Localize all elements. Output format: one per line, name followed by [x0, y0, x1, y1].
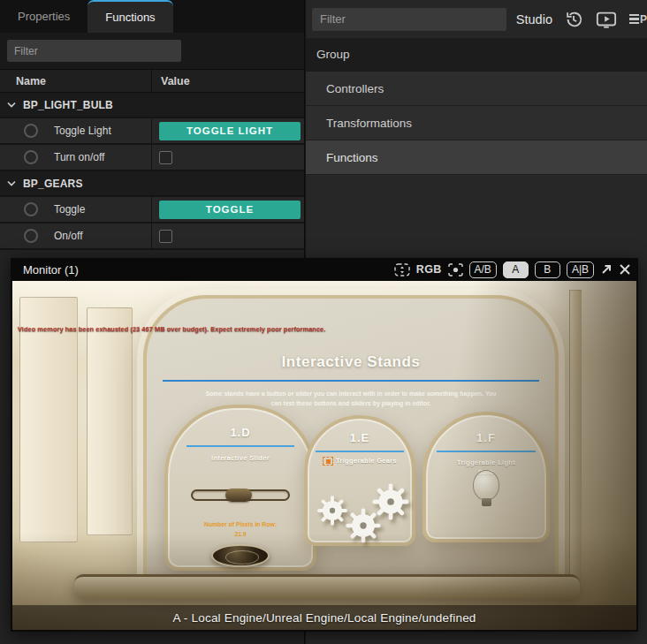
stand-underline: [186, 445, 294, 447]
name-cell: Turn on/off: [0, 145, 152, 170]
bulb-base: [482, 498, 491, 506]
list-item-transformations[interactable]: Transformations: [306, 106, 647, 140]
studio-label: Studio: [516, 12, 552, 27]
onoff-checkbox[interactable]: [159, 230, 172, 243]
table-header: Name Value: [0, 69, 304, 93]
group-list-header[interactable]: Group: [306, 38, 647, 72]
monitor-title: Monitor (1): [23, 263, 79, 277]
column-header-name: Name: [0, 70, 152, 92]
left-door-panel: [87, 307, 133, 535]
gear-icon: [371, 482, 410, 521]
table-row: Toggle Light TOGGLE LIGHT: [0, 118, 304, 145]
name-cell: Toggle: [0, 197, 152, 222]
popout-icon[interactable]: [600, 263, 613, 276]
function-label: Toggle: [54, 203, 85, 216]
group-row-bp-gears[interactable]: BP_GEARS: [0, 171, 304, 197]
title-underline: [163, 380, 538, 382]
monitor-header[interactable]: Monitor (1) RGB A/B A B A|B: [11, 258, 638, 281]
stand-id: 1.F: [426, 431, 546, 444]
chevron-down-icon: [7, 102, 16, 108]
hamburger-icon: [629, 14, 639, 25]
function-label: Turn on/off: [54, 151, 104, 163]
viewport-3d-scene[interactable]: Interactive Stands Some stands have a bu…: [12, 281, 636, 630]
close-icon[interactable]: [619, 263, 631, 276]
list-item-functions[interactable]: Functions: [306, 140, 647, 175]
status-circle-icon: [24, 124, 38, 138]
filter-row: [0, 33, 304, 69]
stand-underline: [316, 451, 404, 452]
interactive-slider[interactable]: [191, 489, 290, 501]
chevron-down-icon: [7, 180, 16, 186]
light-bulb-icon: [473, 470, 499, 506]
menu-p-label: P: [640, 13, 647, 26]
stand-id: 1.D: [168, 426, 313, 439]
video-memory-warning: Video memory has been exhausted (23 467 …: [18, 325, 325, 333]
stand-label: Triggerable Gears: [308, 457, 412, 466]
column-header-value: Value: [152, 75, 190, 87]
viewport-status-bar: A - Local Engine/Unreal Engine/Local Eng…: [12, 605, 636, 630]
channel-b-button[interactable]: B: [535, 261, 560, 278]
group-name: BP_GEARS: [23, 178, 83, 190]
bulb-glass: [473, 470, 499, 500]
turn-onoff-checkbox[interactable]: [159, 151, 172, 164]
gear-icon: [316, 495, 348, 527]
tab-properties[interactable]: Properties: [0, 0, 88, 33]
slider-knob[interactable]: [225, 489, 252, 502]
fit-screen-icon[interactable]: [394, 263, 410, 277]
value-cell: [152, 224, 304, 248]
pixel-inspect-icon[interactable]: [448, 263, 463, 277]
pixels-row-label: Number of Pixels in Row:: [168, 521, 313, 527]
status-circle-icon: [24, 202, 38, 216]
toggle-button[interactable]: TOGGLE: [159, 201, 301, 219]
table-row: Toggle TOGGLE: [0, 197, 304, 224]
toggle-light-button[interactable]: TOGGLE LIGHT: [159, 122, 301, 140]
table-row: Turn on/off: [0, 145, 304, 171]
name-cell: Toggle Light: [0, 118, 152, 143]
stand-1f: 1.F Triggerable Light Bulb: [422, 412, 550, 542]
table-row: On/off: [0, 224, 304, 250]
status-circle-icon: [24, 150, 38, 164]
right-topbar: Studio: [306, 0, 647, 38]
stand-id: 1.E: [308, 431, 412, 444]
stand-label: Interactive Slider: [168, 454, 313, 462]
group-filter-input[interactable]: [312, 8, 506, 31]
function-label: On/off: [54, 230, 82, 242]
stand-underline: [437, 451, 536, 452]
list-item-controllers[interactable]: Controllers: [306, 72, 647, 106]
topbar-icons: P: [564, 10, 647, 29]
ab-compare-button[interactable]: A/B: [469, 261, 497, 278]
channel-a-button[interactable]: A: [503, 261, 529, 278]
stand-1e: 1.E Triggerable Gears: [304, 415, 415, 546]
tab-functions[interactable]: Functions: [88, 0, 172, 33]
remote-control-app: Properties Functions Name Value BP_LIGHT…: [0, 0, 647, 644]
selection-box-icon: [323, 457, 333, 466]
group-name: BP_LIGHT_BULB: [23, 99, 113, 111]
rgb-channel-button[interactable]: RGB: [416, 263, 442, 276]
status-circle-icon: [24, 229, 38, 243]
name-cell: On/off: [0, 224, 152, 248]
function-label: Toggle Light: [54, 125, 111, 137]
history-icon[interactable]: [564, 10, 583, 29]
functions-filter-input[interactable]: [7, 40, 181, 62]
value-cell: [152, 145, 304, 170]
left-door-panel: [19, 297, 78, 542]
value-cell: TOGGLE LIGHT: [152, 118, 304, 143]
value-cell: TOGGLE: [152, 197, 304, 222]
monitor-toolbar: RGB A/B A B A|B: [394, 261, 631, 278]
monitor-window: Monitor (1) RGB A/B A B A|B: [11, 258, 638, 632]
playback-monitor-icon[interactable]: [596, 10, 617, 29]
tab-bar: Properties Functions: [0, 0, 304, 33]
group-row-bp-light-bulb[interactable]: BP_LIGHT_BULB: [0, 93, 304, 118]
channel-aib-button[interactable]: A|B: [567, 261, 594, 278]
menu-p-icon[interactable]: P: [629, 13, 647, 26]
group-list: Group Controllers Transformations Functi…: [306, 38, 647, 175]
scene-title: Interactive Stands: [147, 353, 555, 371]
